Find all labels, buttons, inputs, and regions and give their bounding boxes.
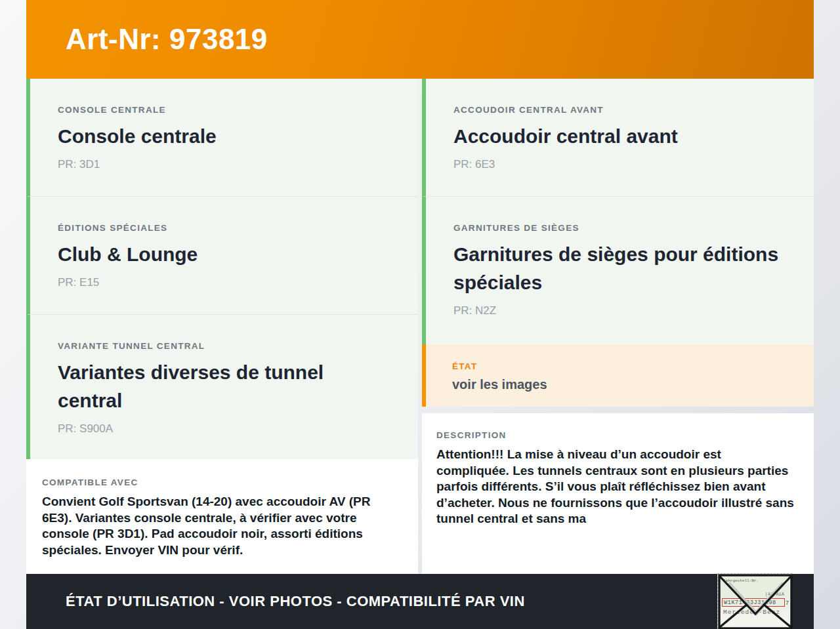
etat-value: voir les images bbox=[452, 377, 801, 392]
right-column: ACCOUDOIR CENTRAL AVANT Accoudoir centra… bbox=[422, 79, 814, 574]
card-accoudoir-central: ACCOUDOIR CENTRAL AVANT Accoudoir centra… bbox=[422, 79, 814, 197]
card-variante-tunnel: VARIANTE TUNNEL CENTRAL Variantes divers… bbox=[26, 315, 418, 459]
envelope-icon bbox=[718, 574, 793, 629]
compatible-section: COMPATIBLE AVEC Convient Golf Sportsvan … bbox=[26, 459, 418, 574]
card-label: ÉDITIONS SPÉCIALES bbox=[58, 223, 392, 233]
card-label: CONSOLE CENTRALE bbox=[58, 105, 392, 115]
card-title: Accoudoir central avant bbox=[453, 122, 788, 150]
description-text: Attention!!! La mise à niveau d’un accou… bbox=[436, 447, 795, 527]
description-section: DESCRIPTION Attention!!! La mise à nivea… bbox=[422, 413, 814, 574]
compatible-text: Convient Golf Sportsvan (14-20) avec acc… bbox=[42, 494, 393, 558]
pr-code: PR: 3D1 bbox=[58, 158, 392, 171]
pr-code: PR: N2Z bbox=[453, 304, 788, 317]
description-label: DESCRIPTION bbox=[436, 430, 795, 440]
etat-card: ÉTAT voir les images bbox=[422, 344, 814, 407]
left-column: CONSOLE CENTRALE Console centrale PR: 3D… bbox=[26, 79, 418, 574]
pr-code: PR: S900A bbox=[58, 422, 392, 436]
etat-label: ÉTAT bbox=[452, 361, 801, 371]
card-title: Club & Lounge bbox=[58, 240, 392, 268]
card-title: Console centrale bbox=[58, 122, 392, 150]
card-garnitures-sieges: GARNITURES DE SIÈGES Garnitures de siège… bbox=[422, 197, 814, 344]
vin-document-stamp: Fahrgestell-Nr. |4| AiA W1K71463J31298 7… bbox=[717, 573, 792, 629]
card-label: VARIANTE TUNNEL CENTRAL bbox=[58, 341, 392, 351]
article-number-title: Art-Nr: 973819 bbox=[66, 23, 268, 56]
card-label: GARNITURES DE SIÈGES bbox=[453, 223, 788, 233]
pr-code: PR: 6E3 bbox=[453, 158, 788, 171]
card-title: Variantes diverses de tunnel central bbox=[58, 358, 392, 415]
footer-bar: ÉTAT D’UTILISATION - VOIR PHOTOS - COMPA… bbox=[26, 574, 814, 629]
listing-page: Art-Nr: 973819 CONSOLE CENTRALE Console … bbox=[26, 0, 814, 574]
main-grid: CONSOLE CENTRALE Console centrale PR: 3D… bbox=[26, 79, 814, 574]
compatible-label: COMPATIBLE AVEC bbox=[42, 477, 393, 487]
footer-text: ÉTAT D’UTILISATION - VOIR PHOTOS - COMPA… bbox=[66, 593, 525, 610]
card-label: ACCOUDOIR CENTRAL AVANT bbox=[453, 105, 788, 115]
header-banner: Art-Nr: 973819 bbox=[26, 0, 814, 79]
card-console-centrale: CONSOLE CENTRALE Console centrale PR: 3D… bbox=[26, 79, 418, 197]
spacer bbox=[422, 407, 814, 413]
card-editions-speciales: ÉDITIONS SPÉCIALES Club & Lounge PR: E15 bbox=[26, 197, 418, 315]
pr-code: PR: E15 bbox=[58, 276, 392, 289]
card-title: Garnitures de sièges pour éditions spéci… bbox=[453, 240, 788, 296]
